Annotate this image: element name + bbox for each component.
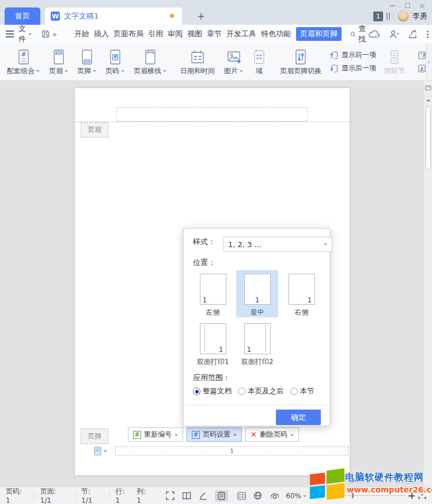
file-menu-label: 文件: [18, 24, 26, 44]
tab-special-features[interactable]: 特色功能: [259, 27, 293, 41]
tab-developer[interactable]: 开发工具: [225, 27, 258, 41]
fullscreen-button[interactable]: [166, 491, 175, 500]
zoom-level-button[interactable]: 60%: [286, 492, 306, 500]
ribbon-overflow-chevron[interactable]: ›: [426, 43, 432, 80]
date-time-button[interactable]: 日期和时间: [176, 43, 219, 80]
home-tab[interactable]: 首页: [5, 7, 40, 25]
header-button[interactable]: 页眉: [44, 43, 73, 80]
zoom-level-value: 60%: [286, 492, 301, 500]
footer-style-button[interactable]: [94, 446, 107, 456]
tab-page-layout[interactable]: 页面布局: [112, 27, 145, 41]
delete-page-number-button[interactable]: ✕ 删除页码: [245, 427, 299, 442]
scroll-up-arrow[interactable]: [426, 97, 431, 101]
footer-button[interactable]: 页脚: [73, 43, 101, 80]
hamburger-menu-icon[interactable]: [6, 31, 14, 37]
position-thumbnail: 1: [289, 274, 315, 305]
tab-start[interactable]: 开始: [73, 27, 91, 41]
divider: [184, 405, 329, 406]
ok-button[interactable]: 确定: [276, 410, 321, 425]
tab-view[interactable]: 视图: [185, 27, 204, 41]
more-tools-button[interactable]: »: [52, 30, 57, 39]
zoom-in-button[interactable]: [408, 492, 415, 499]
position-option-label: 右侧: [295, 308, 309, 317]
apply-range-options: 整篇文档 本页及之后 本节: [193, 386, 314, 396]
show-next-icon: [329, 64, 339, 73]
more-menu-button[interactable]: [427, 31, 429, 38]
minimize-button[interactable]: [385, 1, 400, 10]
footer-style-icon: [94, 446, 102, 456]
page-number-button[interactable]: # 页码: [101, 43, 129, 80]
page-number-settings-button[interactable]: # 页码设置: [187, 427, 242, 442]
document-tab[interactable]: W 文字文稿1: [45, 7, 182, 25]
position-option-left[interactable]: 1 左侧: [192, 270, 234, 317]
position-option-duplex1[interactable]: 1 双面打印1: [192, 320, 234, 367]
document-tab-label: 文字文稿1: [64, 11, 98, 21]
radio-whole-document[interactable]: 整篇文档: [193, 386, 232, 396]
position-option-right[interactable]: 1 右侧: [281, 270, 323, 317]
cloud-sync-button[interactable]: [369, 30, 380, 39]
renumber-button[interactable]: # 重新编号: [128, 427, 183, 442]
new-tab-button[interactable]: +: [195, 10, 207, 22]
radio-this-page-onward[interactable]: 本页及之后: [238, 386, 284, 396]
position-option-duplex2[interactable]: 1 双面打印2: [236, 320, 278, 367]
field-icon: [252, 48, 266, 66]
picture-button[interactable]: 图片: [219, 43, 248, 80]
zoom-slider[interactable]: [320, 495, 405, 496]
renumber-label: 重新编号: [144, 430, 172, 439]
scrollbar-thumb[interactable]: [426, 107, 431, 170]
page-view-button[interactable]: [215, 490, 228, 502]
eye-protect-button[interactable]: [270, 492, 280, 500]
header-content-box[interactable]: [116, 107, 308, 122]
position-option-center[interactable]: 1 居中: [236, 270, 278, 317]
close-button[interactable]: ×: [415, 1, 430, 10]
style-select[interactable]: 1, 2, 3 ...: [223, 237, 332, 252]
field-button[interactable]: 域: [248, 43, 271, 80]
user-area: 1 李勇: [373, 10, 427, 22]
search-button[interactable]: 查找: [350, 24, 369, 44]
fit-page-button[interactable]: [418, 491, 426, 501]
switch-header-footer-button[interactable]: 页眉页脚切换: [275, 43, 326, 80]
save-button[interactable]: [41, 29, 50, 39]
tab-header-footer[interactable]: 页眉和页脚: [296, 27, 342, 41]
status-line: 行: 1: [115, 487, 131, 504]
radio-this-section[interactable]: 本节: [290, 386, 314, 396]
preset-combo-button[interactable]: # 配套组合: [2, 43, 44, 80]
share-button[interactable]: [408, 30, 418, 39]
show-previous-button[interactable]: 显示前一项: [329, 50, 376, 60]
read-mode-button[interactable]: [182, 492, 191, 500]
footer-content-box[interactable]: 1: [115, 446, 348, 456]
show-next-label: 显示后一项: [342, 63, 376, 73]
position-thumbnail: 1: [200, 323, 226, 354]
notification-badge[interactable]: 1: [373, 12, 383, 21]
footer-tag: 页脚: [81, 429, 108, 444]
menubar-right-icons: [369, 30, 432, 39]
position-option-label: 左侧: [206, 308, 220, 317]
tab-insert[interactable]: 插入: [92, 27, 111, 41]
window-controls: ×: [385, 1, 430, 10]
menubar: 文件 » 开始 插入 页面布局 引用 审阅 视图 章节 开发工具 特色功能 页眉…: [0, 25, 432, 43]
date-time-label: 日期和时间: [180, 66, 215, 76]
picture-icon: [226, 48, 241, 66]
show-next-button[interactable]: 显示后一项: [329, 63, 376, 73]
tab-section[interactable]: 章节: [205, 27, 223, 41]
add-user-button[interactable]: [389, 30, 399, 39]
tab-review[interactable]: 审阅: [166, 27, 184, 41]
file-menu[interactable]: 文件: [18, 24, 32, 44]
web-layout-button[interactable]: [253, 491, 262, 500]
chevron-down-icon: [175, 434, 178, 438]
header-rule-button[interactable]: 页眉横线: [129, 43, 171, 80]
write-mode-button[interactable]: [199, 491, 207, 500]
zoom-out-button[interactable]: [310, 495, 316, 497]
maximize-button[interactable]: [400, 1, 415, 10]
outline-view-button[interactable]: [237, 492, 246, 500]
ruler-toggle-icon[interactable]: [425, 84, 431, 93]
divider: [75, 492, 75, 499]
writer-app-icon: W: [51, 12, 60, 21]
chevron-down-icon: [303, 495, 306, 499]
style-select-value: 1, 2, 3 ...: [228, 240, 262, 249]
avatar[interactable]: [397, 10, 409, 22]
tab-references[interactable]: 引用: [146, 27, 165, 41]
position-thumbnail: 1: [244, 323, 271, 354]
position-label: 位置：: [193, 257, 215, 268]
search-label: 查找: [358, 24, 369, 44]
